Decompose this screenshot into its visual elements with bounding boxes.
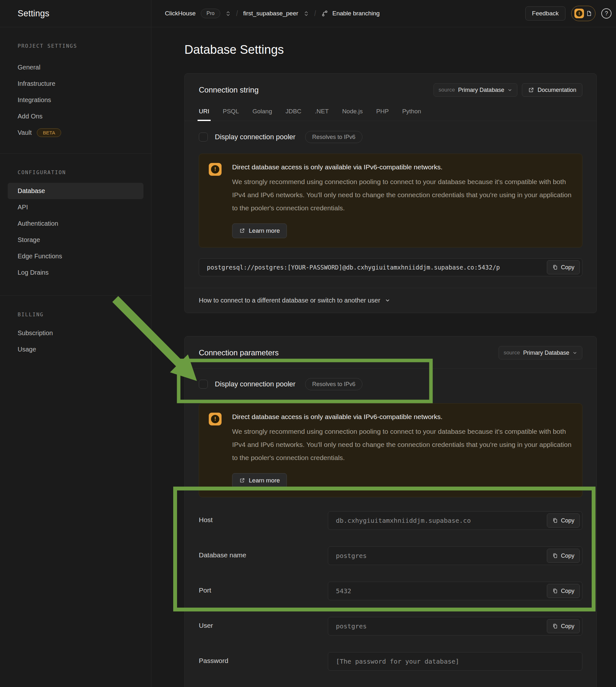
warning-title: Direct database access is only available…	[232, 163, 572, 171]
settings-sidebar: Settings PROJECT SETTINGS General Infras…	[0, 0, 151, 687]
port-value: 5432	[336, 587, 351, 595]
database-name-field[interactable]: postgres Copy	[328, 547, 582, 565]
port-row: Port 5432 Copy	[199, 582, 582, 600]
copy-host-button[interactable]: Copy	[547, 513, 580, 528]
sidebar-item-database[interactable]: Database	[8, 183, 144, 199]
copy-port-button[interactable]: Copy	[547, 584, 580, 598]
sidebar-section-billing: BILLING Subscription Usage	[0, 296, 151, 358]
copy-icon	[552, 553, 558, 559]
app-window: Settings PROJECT SETTINGS General Infras…	[0, 0, 616, 687]
pooler-row: Display connection pooler Resolves to IP…	[199, 131, 582, 143]
copy-user-button[interactable]: Copy	[547, 619, 580, 633]
user-label: User	[199, 617, 328, 636]
org-selector-icon[interactable]	[225, 11, 231, 16]
password-placeholder: [The password for your database]	[336, 658, 459, 665]
pooler-label: Display connection pooler	[215, 380, 295, 388]
chevron-down-icon[interactable]	[385, 298, 390, 303]
main-area: ClickHouse Pro / first_supabase_peer / E…	[152, 0, 616, 687]
warning-icon: !	[209, 413, 222, 425]
sidebar-item-subscription[interactable]: Subscription	[8, 325, 144, 341]
tab-psql[interactable]: PSQL	[223, 108, 239, 115]
connection-string-footer: How to connect to a different database o…	[185, 288, 596, 313]
user-row: User postgres Copy	[199, 617, 582, 636]
sidebar-item-storage[interactable]: Storage	[8, 232, 144, 248]
external-link-icon	[239, 478, 245, 483]
sidebar-item-add-ons[interactable]: Add Ons	[8, 108, 144, 125]
chevron-down-icon	[507, 88, 512, 92]
ipv6-warning: ! Direct database access is only availab…	[199, 403, 582, 497]
pooler-row: Display connection pooler Resolves to IP…	[199, 378, 582, 391]
warning-icon: !	[209, 163, 222, 176]
sidebar-item-infrastructure[interactable]: Infrastructure	[8, 75, 144, 92]
connection-parameters-title: Connection parameters	[199, 348, 279, 357]
pooler-label: Display connection pooler	[215, 133, 295, 141]
sidebar-item-api[interactable]: API	[8, 199, 144, 216]
source-select[interactable]: source Primary Database	[434, 83, 518, 97]
host-row: Host db.cxhygiuitamxhniiddjm.supabase.co…	[199, 511, 582, 530]
source-select[interactable]: source Primary Database	[499, 346, 582, 359]
connection-uri-value: postgresql://postgres:[YOUR-PASSWORD]@db…	[207, 264, 551, 271]
sidebar-item-vault[interactable]: Vault BETA	[8, 125, 144, 141]
copy-database-name-button[interactable]: Copy	[547, 549, 580, 563]
database-name-value: postgres	[336, 552, 367, 560]
tab-dotnet[interactable]: .NET	[315, 108, 329, 115]
resolves-to-ipv6-badge: Resolves to IPv6	[305, 131, 362, 143]
copy-uri-button[interactable]: Copy	[547, 260, 580, 274]
enable-branching-button[interactable]: Enable branching	[321, 10, 380, 17]
plan-badge: Pro	[201, 9, 220, 18]
copy-icon	[552, 623, 558, 629]
sidebar-item-log-drains[interactable]: Log Drains	[8, 264, 144, 281]
page-title: Database Settings	[184, 42, 616, 57]
sidebar-header: Settings	[0, 0, 151, 27]
sidebar-item-edge-functions[interactable]: Edge Functions	[8, 248, 144, 264]
breadcrumb-separator: /	[314, 9, 316, 18]
section-label-project-settings: PROJECT SETTINGS	[18, 43, 151, 50]
port-label: Port	[199, 582, 328, 600]
user-field[interactable]: postgres Copy	[328, 617, 582, 636]
connection-string-body: Display connection pooler Resolves to IP…	[185, 121, 596, 288]
breadcrumb-separator: /	[236, 9, 238, 18]
resolves-to-ipv6-badge: Resolves to IPv6	[305, 378, 362, 390]
sidebar-section-project-settings: PROJECT SETTINGS General Infrastructure …	[0, 27, 151, 141]
sidebar-title: Settings	[18, 9, 49, 19]
host-field[interactable]: db.cxhygiuitamxhniiddjm.supabase.co Copy	[328, 511, 582, 530]
warning-title: Direct database access is only available…	[232, 413, 572, 421]
sidebar-item-integrations[interactable]: Integrations	[8, 92, 144, 108]
how-to-connect-link[interactable]: How to connect to a different database o…	[199, 297, 380, 304]
sidebar-item-authentication[interactable]: Authentication	[8, 216, 144, 232]
warning-body: We strongly recommend using connection p…	[232, 175, 572, 215]
connection-string-header: Connection string source Primary Databas…	[185, 74, 596, 97]
tab-nodejs[interactable]: Node.js	[342, 108, 363, 115]
alert-icon: !	[574, 9, 584, 18]
top-bar: ClickHouse Pro / first_supabase_peer / E…	[152, 0, 616, 27]
breadcrumb-project[interactable]: first_supabase_peer	[243, 10, 298, 17]
sidebar-item-usage[interactable]: Usage	[8, 341, 144, 358]
tab-jdbc[interactable]: JDBC	[286, 108, 302, 115]
port-field[interactable]: 5432 Copy	[328, 582, 582, 600]
user-value: postgres	[336, 622, 367, 630]
connection-parameters-card: Connection parameters source Primary Dat…	[184, 336, 597, 687]
connection-string-card: Connection string source Primary Databas…	[184, 73, 597, 313]
password-field[interactable]: [The password for your database]	[328, 652, 582, 671]
tab-python[interactable]: Python	[402, 108, 421, 115]
tab-golang[interactable]: Golang	[252, 108, 272, 115]
learn-more-button[interactable]: Learn more	[232, 223, 287, 238]
display-connection-pooler-checkbox[interactable]	[199, 133, 208, 141]
tab-php[interactable]: PHP	[376, 108, 389, 115]
breadcrumb-org[interactable]: ClickHouse	[165, 10, 196, 17]
sidebar-item-general[interactable]: General	[8, 59, 144, 75]
documentation-button[interactable]: Documentation	[522, 83, 582, 97]
tab-uri[interactable]: URI	[199, 108, 210, 115]
help-button[interactable]: ?	[601, 8, 612, 19]
notifications-button[interactable]: !	[571, 6, 595, 21]
learn-more-button[interactable]: Learn more	[232, 473, 287, 488]
password-label: Password	[199, 652, 328, 671]
display-connection-pooler-checkbox[interactable]	[199, 380, 208, 389]
feedback-button[interactable]: Feedback	[525, 6, 566, 21]
database-name-row: Database name postgres Copy	[199, 547, 582, 565]
header-actions: Feedback ! ?	[525, 6, 612, 21]
connection-parameters-body: Display connection pooler Resolves to IP…	[185, 369, 596, 687]
connection-uri-field[interactable]: postgresql://postgres:[YOUR-PASSWORD]@db…	[199, 258, 582, 276]
database-name-label: Database name	[199, 547, 328, 565]
project-selector-icon[interactable]	[304, 11, 309, 16]
